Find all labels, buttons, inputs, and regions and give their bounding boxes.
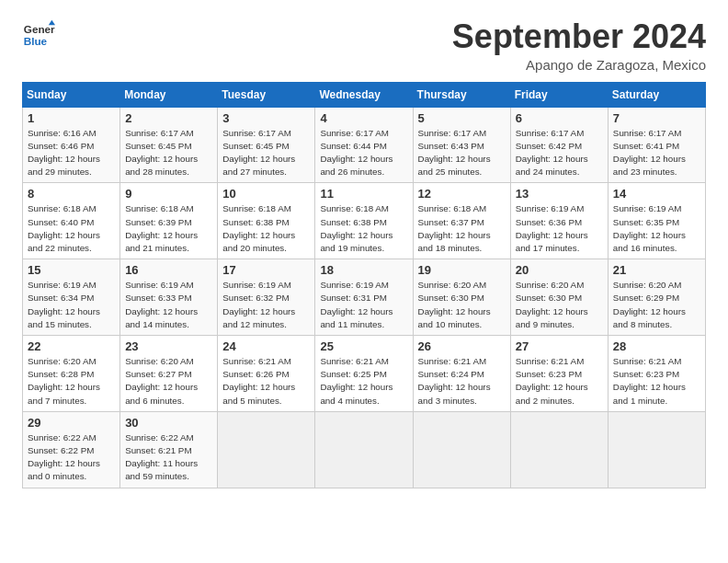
- calendar-cell-week4-5: 27Sunrise: 6:21 AM Sunset: 6:23 PM Dayli…: [510, 336, 608, 412]
- calendar-cell-week5-2: [218, 411, 315, 488]
- svg-text:Blue: Blue: [24, 35, 48, 47]
- calendar-cell-week3-1: 16Sunrise: 6:19 AM Sunset: 6:33 PM Dayli…: [120, 259, 218, 336]
- col-header-sunday: Sunday: [23, 82, 120, 107]
- calendar-cell-week2-0: 8Sunrise: 6:18 AM Sunset: 6:40 PM Daylig…: [23, 183, 120, 259]
- calendar-cell-week5-1: 30Sunrise: 6:22 AM Sunset: 6:21 PM Dayli…: [120, 411, 218, 488]
- calendar-cell-6: 6Sunrise: 6:17 AM Sunset: 6:42 PM Daylig…: [510, 107, 608, 183]
- location-title: Apango de Zaragoza, Mexico: [452, 57, 706, 73]
- calendar-cell-week5-0: 29Sunrise: 6:22 AM Sunset: 6:22 PM Dayli…: [23, 411, 120, 488]
- calendar-week-3: 15Sunrise: 6:19 AM Sunset: 6:34 PM Dayli…: [23, 259, 706, 336]
- calendar-cell-week4-3: 25Sunrise: 6:21 AM Sunset: 6:25 PM Dayli…: [315, 336, 413, 412]
- calendar-cell-week3-3: 18Sunrise: 6:19 AM Sunset: 6:31 PM Dayli…: [315, 259, 413, 336]
- calendar-cell-week5-6: [608, 411, 705, 488]
- col-header-friday: Friday: [510, 82, 608, 107]
- calendar-cell-week5-5: [510, 411, 608, 488]
- col-header-monday: Monday: [120, 82, 218, 107]
- calendar-cell-week3-2: 17Sunrise: 6:19 AM Sunset: 6:32 PM Dayli…: [218, 259, 315, 336]
- calendar-cell-week2-1: 9Sunrise: 6:18 AM Sunset: 6:39 PM Daylig…: [120, 183, 218, 259]
- calendar-cell-week5-4: [413, 411, 510, 488]
- title-area: September 2024 Apango de Zaragoza, Mexic…: [452, 18, 706, 73]
- calendar-cell-week3-4: 19Sunrise: 6:20 AM Sunset: 6:30 PM Dayli…: [413, 259, 510, 336]
- month-title: September 2024: [452, 18, 706, 55]
- calendar-week-4: 22Sunrise: 6:20 AM Sunset: 6:28 PM Dayli…: [23, 336, 706, 412]
- calendar-week-5: 29Sunrise: 6:22 AM Sunset: 6:22 PM Dayli…: [23, 411, 706, 488]
- calendar-cell-2: 2Sunrise: 6:17 AM Sunset: 6:45 PM Daylig…: [120, 107, 218, 183]
- calendar-cell-7: 7Sunrise: 6:17 AM Sunset: 6:41 PM Daylig…: [608, 107, 705, 183]
- calendar-cell-week2-4: 12Sunrise: 6:18 AM Sunset: 6:37 PM Dayli…: [413, 183, 510, 259]
- calendar-cell-week2-5: 13Sunrise: 6:19 AM Sunset: 6:36 PM Dayli…: [510, 183, 608, 259]
- col-header-tuesday: Tuesday: [218, 82, 315, 107]
- calendar-table: SundayMondayTuesdayWednesdayThursdayFrid…: [22, 82, 706, 488]
- calendar-cell-week4-1: 23Sunrise: 6:20 AM Sunset: 6:27 PM Dayli…: [120, 336, 218, 412]
- logo-icon: General Blue: [22, 18, 55, 52]
- calendar-cell-week2-3: 11Sunrise: 6:18 AM Sunset: 6:38 PM Dayli…: [315, 183, 413, 259]
- calendar-cell-week3-5: 20Sunrise: 6:20 AM Sunset: 6:30 PM Dayli…: [510, 259, 608, 336]
- logo: General Blue: [22, 18, 55, 52]
- col-header-saturday: Saturday: [608, 82, 705, 107]
- calendar-week-1: 1Sunrise: 6:16 AM Sunset: 6:46 PM Daylig…: [23, 107, 706, 183]
- calendar-cell-week5-3: [315, 411, 413, 488]
- calendar-cell-week4-2: 24Sunrise: 6:21 AM Sunset: 6:26 PM Dayli…: [218, 336, 315, 412]
- header-row: SundayMondayTuesdayWednesdayThursdayFrid…: [23, 82, 706, 107]
- calendar-cell-week2-6: 14Sunrise: 6:19 AM Sunset: 6:35 PM Dayli…: [608, 183, 705, 259]
- calendar-cell-1: 1Sunrise: 6:16 AM Sunset: 6:46 PM Daylig…: [23, 107, 120, 183]
- col-header-thursday: Thursday: [413, 82, 510, 107]
- col-header-wednesday: Wednesday: [315, 82, 413, 107]
- header: General Blue September 2024 Apango de Za…: [22, 18, 706, 73]
- calendar-cell-week3-0: 15Sunrise: 6:19 AM Sunset: 6:34 PM Dayli…: [23, 259, 120, 336]
- calendar-cell-4: 4Sunrise: 6:17 AM Sunset: 6:44 PM Daylig…: [315, 107, 413, 183]
- calendar-cell-week4-4: 26Sunrise: 6:21 AM Sunset: 6:24 PM Dayli…: [413, 336, 510, 412]
- calendar-week-2: 8Sunrise: 6:18 AM Sunset: 6:40 PM Daylig…: [23, 183, 706, 259]
- calendar-cell-5: 5Sunrise: 6:17 AM Sunset: 6:43 PM Daylig…: [413, 107, 510, 183]
- calendar-cell-week3-6: 21Sunrise: 6:20 AM Sunset: 6:29 PM Dayli…: [608, 259, 705, 336]
- calendar-cell-3: 3Sunrise: 6:17 AM Sunset: 6:45 PM Daylig…: [218, 107, 315, 183]
- calendar-cell-week4-6: 28Sunrise: 6:21 AM Sunset: 6:23 PM Dayli…: [608, 336, 705, 412]
- calendar-cell-week4-0: 22Sunrise: 6:20 AM Sunset: 6:28 PM Dayli…: [23, 336, 120, 412]
- calendar-cell-week2-2: 10Sunrise: 6:18 AM Sunset: 6:38 PM Dayli…: [218, 183, 315, 259]
